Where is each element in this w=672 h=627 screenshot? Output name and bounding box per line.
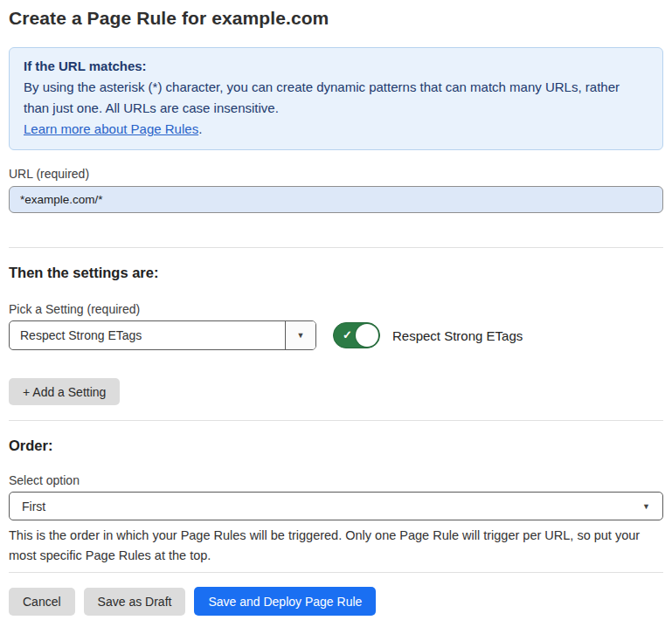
info-box-body-text: By using the asterisk (*) character, you…: [24, 79, 620, 115]
setting-select-arrow-button[interactable]: ▼: [285, 321, 315, 349]
chevron-down-icon: ▼: [297, 331, 305, 340]
check-icon: ✓: [343, 328, 352, 341]
settings-section-heading: Then the settings are:: [9, 265, 663, 281]
chevron-down-icon: ▼: [642, 502, 650, 511]
order-help-text: This is the order in which your Page Rul…: [9, 526, 660, 566]
etags-toggle-label: Respect Strong ETags: [392, 328, 523, 343]
setting-picker-label: Pick a Setting (required): [9, 302, 663, 316]
toggle-knob: [356, 324, 378, 347]
etags-toggle-group: ✓ Respect Strong ETags: [333, 322, 523, 348]
cancel-button[interactable]: Cancel: [9, 588, 75, 616]
add-setting-button[interactable]: + Add a Setting: [9, 378, 120, 405]
info-box-heading: If the URL matches:: [24, 56, 648, 77]
order-section-heading: Order:: [9, 438, 663, 454]
page-rule-form: Create a Page Rule for example.com If th…: [0, 8, 672, 616]
divider: [9, 572, 663, 573]
info-box-link-line: Learn more about Page Rules.: [24, 119, 648, 140]
footer-actions: Cancel Save as Draft Save and Deploy Pag…: [9, 587, 663, 616]
page-title: Create a Page Rule for example.com: [9, 8, 663, 29]
learn-more-link[interactable]: Learn more about Page Rules: [24, 121, 198, 136]
setting-picker-row: Respect Strong ETags ▼ ✓ Respect Strong …: [9, 320, 663, 350]
order-select[interactable]: First ▼: [9, 492, 663, 520]
url-match-info-box: If the URL matches: By using the asteris…: [9, 47, 663, 150]
order-select-value: First: [22, 500, 642, 513]
save-draft-button[interactable]: Save as Draft: [84, 588, 186, 616]
etags-toggle[interactable]: ✓: [333, 322, 380, 348]
link-suffix: .: [198, 121, 202, 136]
save-deploy-button[interactable]: Save and Deploy Page Rule: [194, 587, 376, 616]
divider: [9, 420, 663, 421]
divider: [9, 247, 663, 248]
setting-select-value: Respect Strong ETags: [10, 321, 285, 349]
url-input[interactable]: [9, 186, 663, 213]
order-select-label: Select option: [9, 473, 663, 487]
url-field-label: URL (required): [9, 167, 663, 181]
info-box-body: By using the asterisk (*) character, you…: [24, 77, 648, 119]
setting-select[interactable]: Respect Strong ETags ▼: [9, 320, 316, 350]
